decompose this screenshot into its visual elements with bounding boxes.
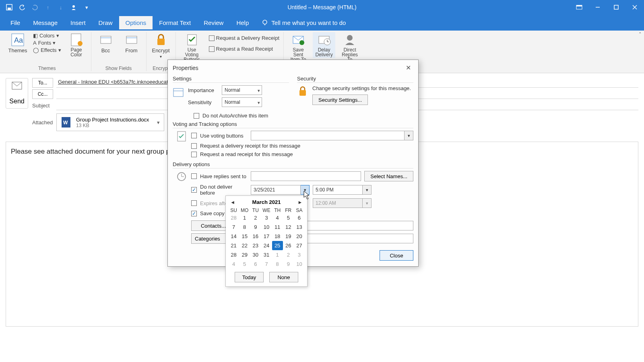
- deliver-before-time-dropdown[interactable]: ▾: [363, 185, 372, 195]
- sensitivity-select[interactable]: Normal: [222, 97, 262, 107]
- calendar-day[interactable]: 14: [228, 232, 239, 241]
- deliver-before-checkbox[interactable]: ✓: [191, 187, 197, 193]
- calendar-day[interactable]: 28: [228, 213, 239, 222]
- encrypt-button[interactable]: Encrypt▾: [150, 32, 172, 60]
- close-window-button[interactable]: [625, 0, 644, 14]
- deliver-before-time[interactable]: 5:00 PM: [313, 185, 363, 195]
- calendar-day[interactable]: 21: [228, 241, 239, 250]
- calendar-day[interactable]: 8: [239, 222, 250, 232]
- tab-format-text[interactable]: Format Text: [153, 16, 197, 29]
- calendar-day[interactable]: 9: [283, 259, 294, 269]
- qat-customize-icon[interactable]: ▾: [83, 4, 90, 11]
- calendar-day[interactable]: 9: [250, 222, 261, 232]
- calendar-day[interactable]: 24: [261, 241, 272, 250]
- calendar-day[interactable]: 6: [294, 213, 305, 222]
- up-icon[interactable]: ↑: [44, 4, 52, 11]
- calendar-day[interactable]: 12: [283, 222, 294, 232]
- calendar-day[interactable]: 4: [272, 213, 283, 222]
- attachment-dropdown-icon[interactable]: ▾: [154, 119, 160, 125]
- calendar-day[interactable]: 26: [283, 241, 294, 250]
- person-icon[interactable]: [70, 4, 77, 11]
- calendar-day[interactable]: 11: [272, 222, 283, 232]
- calendar-day[interactable]: 27: [294, 241, 305, 250]
- close-button[interactable]: Close: [380, 250, 413, 261]
- req-read-receipt[interactable]: Request a Read Receipt: [208, 45, 281, 52]
- voting-button[interactable]: Use Voting Buttons: [179, 32, 205, 63]
- read-receipt-checkbox[interactable]: [191, 152, 197, 157]
- today-button[interactable]: Today: [235, 272, 264, 282]
- minimize-button[interactable]: [588, 0, 607, 14]
- calendar-day[interactable]: 31: [261, 250, 272, 259]
- calendar-day[interactable]: 29: [239, 250, 250, 259]
- select-names-button[interactable]: Select Names...: [364, 171, 413, 181]
- calendar-day[interactable]: 20: [294, 232, 305, 241]
- req-delivery-receipt[interactable]: Request a Delivery Receipt: [208, 35, 281, 41]
- themes-button[interactable]: Aa Themes: [6, 32, 29, 54]
- direct-replies-button[interactable]: Direct Replies To: [339, 32, 361, 63]
- autoarchive-checkbox[interactable]: [194, 113, 199, 119]
- none-button[interactable]: None: [269, 272, 298, 282]
- replies-input[interactable]: [251, 171, 361, 181]
- collapse-ribbon-icon[interactable]: ˄: [639, 31, 642, 37]
- to-button[interactable]: To...: [32, 78, 53, 88]
- undo-icon[interactable]: [19, 4, 26, 11]
- maximize-button[interactable]: [607, 0, 625, 14]
- fonts-button[interactable]: AFonts▾: [32, 39, 62, 46]
- importance-select[interactable]: Normal: [222, 85, 262, 95]
- send-button[interactable]: Send: [6, 78, 28, 109]
- calendar-day[interactable]: 16: [250, 232, 261, 241]
- save-sent-button[interactable]: Save Sent Item To: [287, 32, 310, 63]
- calendar-day[interactable]: 7: [228, 222, 239, 232]
- redo-icon[interactable]: [31, 4, 39, 11]
- calendar-day[interactable]: 1: [239, 213, 250, 222]
- prev-month-button[interactable]: ◂: [230, 199, 236, 205]
- replies-checkbox[interactable]: [191, 173, 197, 179]
- calendar-day[interactable]: 3: [294, 250, 305, 259]
- calendar-day[interactable]: 7: [261, 259, 272, 269]
- tab-draw[interactable]: Draw: [92, 16, 119, 29]
- calendar-day[interactable]: 22: [239, 241, 250, 250]
- down-icon[interactable]: ↓: [57, 4, 64, 11]
- tab-file[interactable]: File: [4, 16, 27, 29]
- bcc-button[interactable]: Bcc: [95, 32, 117, 54]
- tab-review[interactable]: Review: [197, 16, 230, 29]
- tab-help[interactable]: Help: [230, 16, 255, 29]
- calendar-day[interactable]: 1: [272, 250, 283, 259]
- recipient-chip[interactable]: General - Inknoe EDU <b653a7fc.inknoeedu…: [58, 79, 175, 85]
- calendar-day[interactable]: 4: [228, 259, 239, 269]
- calendar-day[interactable]: 23: [250, 241, 261, 250]
- security-settings-button[interactable]: Security Settings...: [312, 95, 368, 105]
- delivery-receipt-checkbox[interactable]: [191, 143, 197, 149]
- calendar-day[interactable]: 2: [250, 213, 261, 222]
- ribbon-display-icon[interactable]: [570, 0, 588, 14]
- tab-insert[interactable]: Insert: [64, 16, 92, 29]
- next-month-button[interactable]: ▸: [297, 199, 303, 205]
- calendar-day[interactable]: 8: [272, 259, 283, 269]
- from-button[interactable]: From: [120, 32, 143, 54]
- calendar-day[interactable]: 17: [261, 232, 272, 241]
- calendar-day[interactable]: 30: [250, 250, 261, 259]
- calendar-day[interactable]: 13: [294, 222, 305, 232]
- calendar-day[interactable]: 25: [272, 241, 283, 250]
- calendar-day[interactable]: 5: [283, 213, 294, 222]
- delay-delivery-button[interactable]: Delay Delivery: [313, 32, 335, 58]
- calendar-day[interactable]: 2: [283, 250, 294, 259]
- use-voting-checkbox[interactable]: [191, 133, 197, 138]
- colors-button[interactable]: ◧Colors▾: [32, 32, 62, 39]
- tab-options[interactable]: Options: [119, 16, 153, 29]
- effects-button[interactable]: ◯Effects▾: [32, 47, 62, 53]
- calendar-day[interactable]: 3: [261, 213, 272, 222]
- deliver-before-date[interactable]: 3/25/2021: [251, 185, 301, 195]
- voting-options-dropdown[interactable]: ▾: [405, 131, 413, 140]
- save-icon[interactable]: [6, 4, 13, 11]
- cc-button[interactable]: Cc...: [32, 89, 53, 99]
- calendar-day[interactable]: 5: [239, 259, 250, 269]
- savecopy-checkbox[interactable]: ✓: [191, 211, 197, 216]
- voting-options-input[interactable]: [251, 131, 405, 140]
- calendar-day[interactable]: 28: [228, 250, 239, 259]
- calendar-day[interactable]: 15: [239, 232, 250, 241]
- calendar-day[interactable]: 6: [250, 259, 261, 269]
- calendar-day[interactable]: 19: [283, 232, 294, 241]
- dialog-close-button[interactable]: ✕: [403, 63, 413, 72]
- calendar-day[interactable]: 10: [261, 222, 272, 232]
